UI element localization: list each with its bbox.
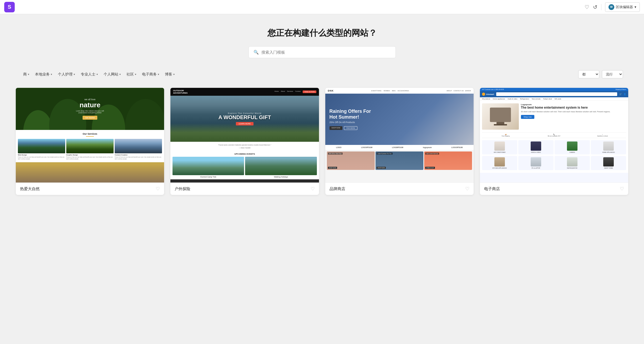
ecom-categories-row1: AIR CONDITIONER AUDIO & VIDEO CAMERA HOM… (482, 140, 626, 154)
category-fridge[interactable]: REFRIGERATOR (555, 156, 590, 170)
brand-contact: ABOUT (447, 90, 452, 92)
nav-todays-deal[interactable]: Today's deal (543, 98, 552, 100)
filter-item-personal-site[interactable]: 个人网站 ▾ (102, 71, 123, 78)
page-title: 您正在构建什么类型的网站？ (5, 27, 639, 39)
outdoor-learn-more-button[interactable]: LEARN MORE (236, 122, 253, 125)
filter-label: 个人护理 (58, 72, 73, 77)
brand-error2: ERROR (465, 90, 471, 92)
brand-find-more-button[interactable]: FIND MORE (344, 126, 358, 130)
product-cta[interactable]: SHOP NOW (328, 167, 337, 169)
card-title-ecom: 电子商店 (484, 186, 500, 191)
filter-item-local[interactable]: 本地业务 ▾ (33, 71, 54, 78)
filter-item-ecommerce[interactable]: 电子商务 ▾ (140, 71, 161, 78)
favorite-icon-ecom[interactable]: ♡ (620, 186, 624, 192)
product-cta[interactable]: SHOP NOW (377, 167, 386, 169)
nav-women: WOMEN (384, 90, 390, 92)
card-title-nature: 热爱大自然 (20, 186, 40, 191)
card-footer-nature: 热爱大自然 ♡ (16, 183, 164, 195)
nav-everything: EVERYTHING (371, 90, 382, 92)
app-logo[interactable]: S (4, 2, 15, 12)
category-laptop[interactable]: PC & LAPTOP (518, 156, 554, 170)
chevron-icon: ▾ (97, 73, 98, 76)
filter-item-personal-care[interactable]: 个人护理 ▾ (56, 71, 77, 78)
chevron-icon: ▾ (28, 73, 29, 76)
ecom-categories-row2: KITCHEN APPLIANCES PC & LAPTOP REFRIGERA… (482, 156, 626, 170)
filter-item-blog[interactable]: 博客 ▾ (163, 71, 177, 78)
nav-new-arrivals[interactable]: New arrivals (532, 98, 540, 100)
service-label: Web Design (18, 154, 65, 156)
take-action-button[interactable]: TAKE ACTION (303, 90, 316, 93)
service-item-content: Content Creation Focus on how you can he… (115, 139, 162, 160)
service-label: Content Creation (115, 154, 162, 156)
filter-item-shop[interactable]: 商 ▾ (21, 71, 31, 78)
ecom-hero-text: Logopsum The best home entertainment sys… (521, 103, 626, 130)
brand-nav: EVERYTHING WOMEN MEN ACCESSORIES (371, 90, 409, 92)
partner-logo-3: LOGØIPSUM (392, 146, 403, 148)
filter-bar: 商 ▾ 本地业务 ▾ 个人护理 ▾ 专业人士 ▾ 个人网站 ▾ 社区 ▾ 电子商… (0, 66, 644, 83)
nav-audio-video[interactable]: Audio & video (508, 98, 517, 100)
filter-item-professional[interactable]: 专业人士 ▾ (79, 71, 100, 78)
card-preview-ecom: 24/7 Customer care +1 800-234-5678 Shipp… (480, 88, 628, 183)
chevron-icon: ▾ (173, 73, 175, 76)
nav-home-appliances[interactable]: Home appliances (493, 98, 505, 100)
refresh-icon[interactable]: ↺ (593, 4, 597, 10)
event-image-walking (245, 157, 317, 175)
event-item-trek: Everest Camp Trek (173, 157, 244, 178)
chevron-down-icon: ▾ (635, 5, 636, 9)
service-item-graphic: Graphic Design Focus on how you can help… (66, 139, 114, 160)
nature-big-text: nature (79, 101, 100, 109)
brand-shop-now-button[interactable]: SHOP NOW (329, 126, 342, 130)
nav-all-products[interactable]: All products (482, 98, 490, 100)
category-camera-image (567, 141, 577, 151)
language-filter[interactable]: 都中文英文 (578, 70, 599, 78)
category-smart[interactable]: SMART HOME (591, 156, 626, 170)
templates-grid: we all love nature Look deep into nature… (0, 83, 644, 205)
nature-small-text: we all love (84, 98, 95, 101)
template-card-outdoor[interactable]: OUTDOORADVENTURES Home About Services Co… (170, 88, 319, 195)
ecom-shop-now-button[interactable]: Shop now (521, 115, 534, 119)
nav-gift-cards[interactable]: Gift cards (554, 98, 561, 100)
wordpress-icon: W (608, 4, 614, 10)
search-bar[interactable]: 🔍 (249, 46, 396, 58)
user-icon[interactable]: 👤 (623, 93, 626, 95)
nav-refrigerators[interactable]: Refrigerators (520, 98, 529, 100)
outdoor-testimonial: "Fuerat aestu carentem habentia spectent… (170, 142, 319, 151)
cart-icon[interactable]: 🛒 (619, 93, 622, 95)
product-label: 20% Off on Tank Tops (328, 153, 343, 155)
service-description: Focus on how you can help and benefit yo… (18, 156, 65, 160)
nav-divider (601, 4, 601, 10)
template-card-ecom[interactable]: 奖赏 24/7 Customer care +1 800-234-5678 Sh… (480, 88, 628, 195)
tv-stand (496, 122, 504, 124)
tv-base (494, 124, 507, 125)
template-card-nature[interactable]: we all love nature Look deep into nature… (16, 88, 164, 195)
nav-home: Home (275, 90, 279, 93)
card-title-outdoor: 户外探险 (175, 186, 190, 191)
nav-accessories: ACCESSORIES (398, 90, 409, 92)
upcoming-events-heading: UPCOMING EVENTS (173, 153, 317, 155)
service-image-dock (115, 139, 162, 153)
category-av-label: AUDIO & VIDEO (531, 151, 541, 153)
search-input[interactable] (261, 50, 391, 54)
product-cta[interactable]: CHECK OUT (425, 167, 435, 169)
block-editor-button[interactable]: W 区块编辑器 ▾ (605, 2, 640, 12)
ecom-search-bar[interactable] (496, 92, 617, 96)
template-card-brand[interactable]: DNK EVERYTHING WOMEN MEN ACCESSORIES ABO… (325, 88, 474, 195)
heart-icon[interactable]: ♡ (585, 4, 589, 10)
favorite-icon-outdoor[interactable]: ♡ (311, 186, 315, 192)
sort-filter[interactable]: 流行最新推荐 (602, 70, 623, 78)
services-grid: Web Design Focus on how you can help and… (18, 139, 162, 160)
brand-partner-logos: LOGO LOGOIPSUM LOGØIPSUM logopsum LOGOIP… (325, 145, 474, 150)
category-appliances[interactable]: HOME APPLIANCES (591, 140, 626, 154)
category-kitchen[interactable]: KITCHEN APPLIANCES (482, 156, 517, 170)
category-camera-label: CAMERA (569, 151, 575, 153)
nature-cta-button[interactable]: Get Started (83, 116, 97, 120)
category-appliances-label: HOME APPLIANCES (602, 151, 615, 153)
filter-item-community[interactable]: 社区 ▾ (124, 71, 138, 78)
category-ac-image (494, 141, 505, 151)
favorite-icon-nature[interactable]: ♡ (156, 186, 160, 192)
category-ac[interactable]: AIR CONDITIONER (482, 140, 517, 154)
category-camera[interactable]: CAMERA (555, 140, 590, 154)
favorite-icon-brand[interactable]: ♡ (465, 186, 469, 192)
category-av[interactable]: AUDIO & VIDEO (518, 140, 554, 154)
category-laptop-label: PC & LAPTOP (531, 167, 540, 169)
